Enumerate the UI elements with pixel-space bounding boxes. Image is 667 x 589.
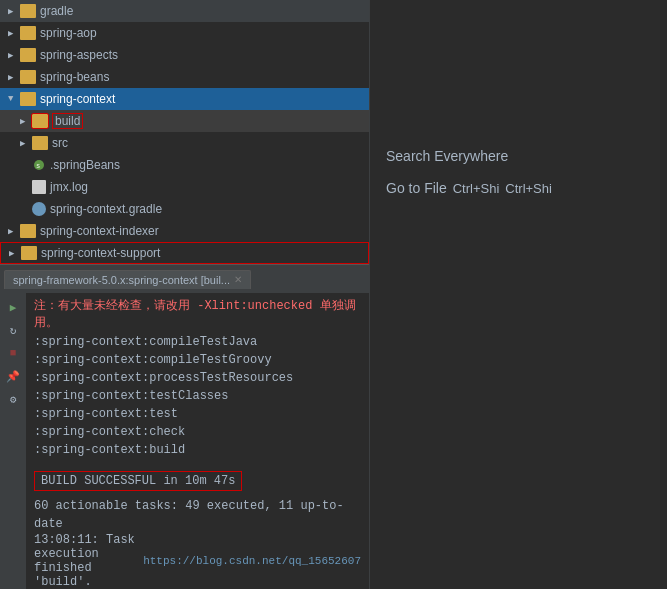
rerun-icon[interactable]: ↻ xyxy=(3,320,23,340)
tree-item-spring-aspects[interactable]: ▶ spring-aspects xyxy=(0,44,369,66)
tree-item-spring-aop[interactable]: ▶ spring-aop xyxy=(0,22,369,44)
output-line-5: :spring-context:test xyxy=(34,405,361,423)
expand-arrow-spring-beans: ▶ xyxy=(8,72,20,83)
folder-icon-spring-context xyxy=(20,92,36,106)
folder-icon-spring-context-support xyxy=(21,246,37,260)
pin-icon[interactable]: 📌 xyxy=(3,366,23,386)
task-execution-line: 13:08:11: Task execution finished 'build… xyxy=(34,533,143,589)
run-icon[interactable]: ▶ xyxy=(3,297,23,317)
output-line-3: :spring-context:processTestResources xyxy=(34,369,361,387)
tree-item-gradle[interactable]: ▶ gradle xyxy=(0,0,369,22)
warning-line: 注：有大量未经检查，请改用 -Xlint:unchecked 单独调用。 xyxy=(34,297,361,331)
tree-item-spring-context-indexer[interactable]: ▶ spring-context-indexer xyxy=(0,220,369,242)
shortcut-row-search: Search Everywhere xyxy=(386,144,651,168)
tree-label-spring-context-indexer: spring-context-indexer xyxy=(40,224,159,238)
settings-icon[interactable]: ⚙ xyxy=(3,389,23,409)
folder-icon-src xyxy=(32,136,48,150)
build-tab-bar: spring-framework-5.0.x:spring-context [b… xyxy=(0,265,369,293)
expand-arrow-gradle: ▶ xyxy=(8,6,20,17)
tree-label-spring-aspects: spring-aspects xyxy=(40,48,118,62)
tree-label-gradle: gradle xyxy=(40,4,73,18)
expand-arrow-spring-context-support: ▶ xyxy=(9,248,21,259)
output-line-4: :spring-context:testClasses xyxy=(34,387,361,405)
tree-label-spring-context-gradle: spring-context.gradle xyxy=(50,202,162,216)
tree-label-spring-context: spring-context xyxy=(40,92,115,106)
output-line-2: :spring-context:compileTestGroovy xyxy=(34,351,361,369)
goto-file-key-extra: Ctrl+Shi xyxy=(505,181,552,196)
build-tab-close[interactable]: ✕ xyxy=(234,274,242,285)
tree-label-src: src xyxy=(52,136,68,150)
tree-item-springbeans[interactable]: ▶ s .springBeans xyxy=(0,154,369,176)
gradle-file-icon xyxy=(32,202,46,216)
svg-text:s: s xyxy=(36,162,40,170)
folder-icon-build xyxy=(32,114,48,128)
build-content: 注：有大量未经检查，请改用 -Xlint:unchecked 单独调用。 :sp… xyxy=(26,293,369,589)
expand-arrow-spring-aspects: ▶ xyxy=(8,50,20,61)
build-panel: spring-framework-5.0.x:spring-context [b… xyxy=(0,264,369,589)
folder-icon-spring-beans xyxy=(20,70,36,84)
expand-arrow-spring-aop: ▶ xyxy=(8,28,20,39)
goto-file-key: Ctrl+Shi xyxy=(453,181,500,196)
tree-item-spring-beans[interactable]: ▶ spring-beans xyxy=(0,66,369,88)
tree-item-src[interactable]: ▶ src xyxy=(0,132,369,154)
build-area: ▶ ↻ ■ 📌 ⚙ 注：有大量未经检查，请改用 -Xlint:unchecked… xyxy=(0,293,369,589)
actionable-line: 60 actionable tasks: 49 executed, 11 up-… xyxy=(34,497,361,533)
stop-icon[interactable]: ■ xyxy=(3,343,23,363)
spring-icon: s xyxy=(32,158,46,172)
tree-item-spring-context[interactable]: ▼ spring-context xyxy=(0,88,369,110)
expand-arrow-spring-context-indexer: ▶ xyxy=(8,226,20,237)
build-output: 注：有大量未经检查，请改用 -Xlint:unchecked 单独调用。 :sp… xyxy=(26,293,369,589)
folder-icon-spring-context-indexer xyxy=(20,224,36,238)
tree-label-spring-beans: spring-beans xyxy=(40,70,109,84)
tree-item-spring-context-support[interactable]: ▶ spring-context-support xyxy=(0,242,369,264)
goto-file-label: Go to File xyxy=(386,180,447,196)
folder-icon-gradle xyxy=(20,4,36,18)
search-everywhere-label: Search Everywhere xyxy=(386,148,508,164)
shortcut-row-goto: Go to File Ctrl+Shi Ctrl+Shi xyxy=(386,176,651,200)
build-tab-label: spring-framework-5.0.x:spring-context [b… xyxy=(13,274,230,286)
folder-icon-spring-aspects xyxy=(20,48,36,62)
success-text: BUILD SUCCESSFUL in 10m 47s xyxy=(41,474,235,488)
right-panel: Search Everywhere Go to File Ctrl+Shi Ct… xyxy=(370,0,667,589)
output-line-6: :spring-context:check xyxy=(34,423,361,441)
tree-label-spring-aop: spring-aop xyxy=(40,26,97,40)
log-file-icon xyxy=(32,180,46,194)
expand-arrow-src: ▶ xyxy=(20,138,32,149)
tree-label-jmxlog: jmx.log xyxy=(50,180,88,194)
csdn-link[interactable]: https://blog.csdn.net/qq_15652607 xyxy=(143,555,361,567)
folder-icon-spring-aop xyxy=(20,26,36,40)
project-tree: ▶ gradle ▶ spring-aop ▶ spring-aspects xyxy=(0,0,369,264)
output-line-1: :spring-context:compileTestJava xyxy=(34,333,361,351)
tree-item-build[interactable]: ▶ build xyxy=(0,110,369,132)
left-panel: ▶ gradle ▶ spring-aop ▶ spring-aspects xyxy=(0,0,370,589)
output-line-7: :spring-context:build xyxy=(34,441,361,459)
tree-item-jmxlog[interactable]: ▶ jmx.log xyxy=(0,176,369,198)
tree-label-spring-context-support: spring-context-support xyxy=(41,246,160,260)
expand-arrow-build: ▶ xyxy=(20,116,32,127)
success-box: BUILD SUCCESSFUL in 10m 47s xyxy=(34,471,242,491)
expand-arrow-spring-context: ▼ xyxy=(8,94,20,104)
tree-label-build: build xyxy=(52,113,83,129)
tree-item-spring-context-gradle[interactable]: ▶ spring-context.gradle xyxy=(0,198,369,220)
footer-line: 13:08:11: Task execution finished 'build… xyxy=(34,533,361,589)
tree-label-springbeans: .springBeans xyxy=(50,158,120,172)
build-side-icons: ▶ ↻ ■ 📌 ⚙ xyxy=(0,293,26,589)
build-tab[interactable]: spring-framework-5.0.x:spring-context [b… xyxy=(4,270,251,289)
